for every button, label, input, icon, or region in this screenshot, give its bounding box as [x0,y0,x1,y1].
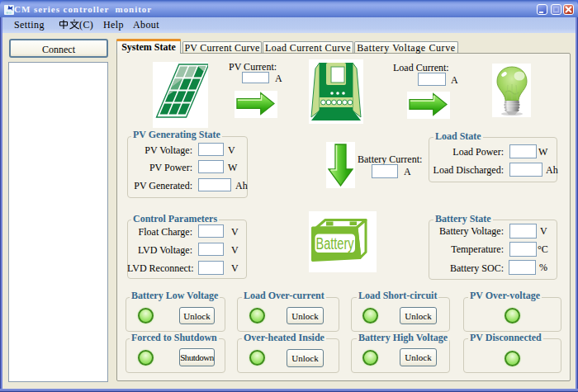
svg-text:Battery: Battery [316,234,354,253]
